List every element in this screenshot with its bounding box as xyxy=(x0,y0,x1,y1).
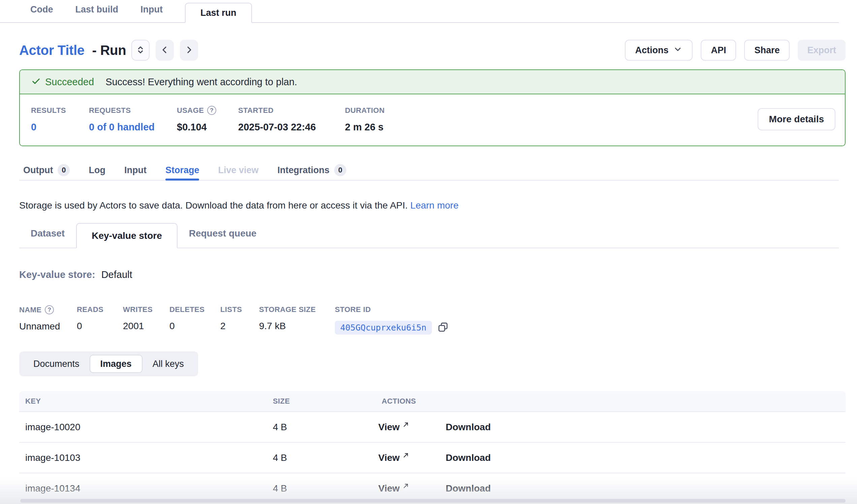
stat-results-value[interactable]: 0 xyxy=(31,122,89,133)
tab-output[interactable]: Output 0 xyxy=(23,161,70,180)
chevron-down-icon xyxy=(673,45,683,56)
share-button[interactable]: Share xyxy=(744,40,790,61)
store-stat-reads: READS 0 xyxy=(77,305,123,335)
run-stats-row: RESULTS 0 REQUESTS 0 of 0 handled USAGE … xyxy=(20,94,845,146)
chevron-right-icon xyxy=(184,45,194,56)
top-tab-bar: Code Last build Input Last run xyxy=(0,0,839,23)
tab-last-build[interactable]: Last build xyxy=(75,4,119,22)
store-stat-lists-value: 2 xyxy=(220,321,259,332)
store-stat-reads-value: 0 xyxy=(77,321,123,332)
page-title-suffix: - Run xyxy=(92,43,126,57)
storage-description: Storage is used by Actors to save data. … xyxy=(19,200,857,211)
store-stat-deletes-value: 0 xyxy=(169,321,220,332)
store-stat-deletes: DELETES 0 xyxy=(169,305,220,335)
store-stat-name-label: NAME ? xyxy=(19,305,77,314)
kv-store-value: Default xyxy=(101,269,132,280)
tab-request-queue[interactable]: Request queue xyxy=(178,228,268,248)
learn-more-link[interactable]: Learn more xyxy=(410,200,458,211)
help-icon[interactable]: ? xyxy=(45,305,54,314)
copy-icon xyxy=(437,321,449,334)
table-row: image-10103 4 B View Download xyxy=(19,443,845,473)
store-stat-lists-label: LISTS xyxy=(220,305,259,314)
more-details-button[interactable]: More details xyxy=(758,108,836,130)
view-link[interactable]: View xyxy=(378,483,446,494)
page-title: Actor Title - Run xyxy=(19,43,126,58)
store-stat-lists: LISTS 2 xyxy=(220,305,259,335)
stat-started-value: 2025-07-03 22:46 xyxy=(238,122,345,133)
row-key: image-10103 xyxy=(19,452,273,463)
row-size: 4 B xyxy=(273,422,378,433)
run-selector-button[interactable] xyxy=(131,40,150,61)
next-run-button[interactable] xyxy=(180,40,198,61)
stat-duration-label: DURATION xyxy=(345,106,385,115)
stat-requests: REQUESTS 0 of 0 handled xyxy=(89,106,177,133)
status-badge: Succeeded xyxy=(45,77,94,88)
integrations-count-badge: 0 xyxy=(334,164,346,176)
row-size: 4 B xyxy=(273,452,378,463)
tab-log[interactable]: Log xyxy=(89,161,105,180)
key-filter-segmented-control: Documents Images All keys xyxy=(19,351,198,376)
stat-requests-value[interactable]: 0 of 0 handled xyxy=(89,122,177,133)
filter-documents[interactable]: Documents xyxy=(23,355,89,373)
stat-started: STARTED 2025-07-03 22:46 xyxy=(238,106,345,133)
tab-live-view: Live view xyxy=(218,161,258,180)
store-stat-writes: WRITES 2001 xyxy=(123,305,169,335)
header-actions: Actions API Share Export xyxy=(625,40,845,61)
kv-store-name-row: Key-value store: Default xyxy=(19,269,857,280)
kv-store-label: Key-value store: xyxy=(19,269,95,280)
store-stat-writes-value: 2001 xyxy=(123,321,169,332)
actions-button[interactable]: Actions xyxy=(625,40,693,61)
tab-integrations-label: Integrations xyxy=(278,165,330,175)
column-actions: ACTIONS xyxy=(382,397,845,406)
tab-storage[interactable]: Storage xyxy=(165,161,199,180)
store-stats-row: NAME ? Unnamed READS 0 WRITES 2001 DELET… xyxy=(19,305,857,335)
previous-run-button[interactable] xyxy=(156,40,174,61)
tab-key-value-store[interactable]: Key-value store xyxy=(76,223,178,248)
tab-integrations[interactable]: Integrations 0 xyxy=(278,161,347,180)
keys-table: KEY SIZE ACTIONS image-10020 4 B View Do… xyxy=(19,391,845,504)
stat-usage: USAGE ? $0.104 xyxy=(177,106,238,133)
actions-button-label: Actions xyxy=(635,45,668,55)
tab-last-run[interactable]: Last run xyxy=(185,3,252,23)
external-link-icon xyxy=(402,420,409,431)
stat-requests-label: REQUESTS xyxy=(89,106,177,115)
actor-run-page: Code Last build Input Last run Actor Tit… xyxy=(0,0,857,504)
row-key: image-10134 xyxy=(19,483,273,494)
external-link-icon xyxy=(402,450,409,461)
stat-duration: DURATION 2 m 26 s xyxy=(345,106,385,133)
stat-usage-label: USAGE ? xyxy=(177,106,238,115)
store-stat-name-label-text: NAME xyxy=(19,306,41,314)
view-link[interactable]: View xyxy=(378,422,446,433)
view-link[interactable]: View xyxy=(378,452,446,463)
help-icon[interactable]: ? xyxy=(207,106,216,115)
chevron-left-icon xyxy=(160,45,170,56)
row-key: image-10020 xyxy=(19,422,273,433)
store-stat-size-value: 9.7 kB xyxy=(259,321,335,332)
store-stat-reads-label: READS xyxy=(77,305,123,314)
copy-button[interactable] xyxy=(437,321,449,334)
store-stat-deletes-label: DELETES xyxy=(169,305,220,314)
run-tab-bar: Output 0 Log Input Storage Live view Int… xyxy=(19,161,839,181)
tab-code[interactable]: Code xyxy=(30,4,53,22)
view-link-label: View xyxy=(378,422,400,433)
download-link[interactable]: Download xyxy=(446,452,845,463)
tab-dataset[interactable]: Dataset xyxy=(19,228,76,248)
download-link[interactable]: Download xyxy=(446,483,845,494)
api-button[interactable]: API xyxy=(701,40,736,61)
check-icon xyxy=(31,76,41,88)
storage-tab-bar: Dataset Key-value store Request queue xyxy=(19,223,839,248)
run-status-card: Succeeded Success! Everything went accor… xyxy=(19,69,845,146)
store-stat-writes-label: WRITES xyxy=(123,305,169,314)
tab-input[interactable]: Input xyxy=(140,4,163,22)
stat-results: RESULTS 0 xyxy=(31,106,89,133)
download-link[interactable]: Download xyxy=(446,422,845,433)
tab-run-input[interactable]: Input xyxy=(124,161,147,180)
table-header: KEY SIZE ACTIONS xyxy=(19,391,845,412)
filter-all-keys[interactable]: All keys xyxy=(142,355,194,373)
view-link-label: View xyxy=(378,452,400,463)
stat-duration-value: 2 m 26 s xyxy=(345,122,385,133)
actor-title-link[interactable]: Actor Title xyxy=(19,43,85,57)
filter-images[interactable]: Images xyxy=(89,355,142,373)
store-id-value[interactable]: 405GQcuprxeku6i5n xyxy=(335,321,432,335)
horizontal-scrollbar[interactable] xyxy=(20,499,845,503)
